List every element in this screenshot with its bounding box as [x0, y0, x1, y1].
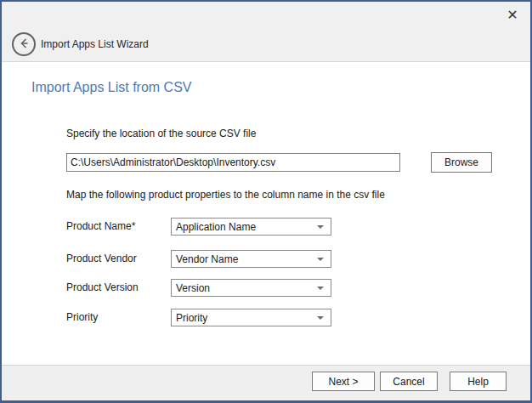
back-button[interactable]: [12, 32, 36, 56]
priority-dropdown[interactable]: Priority: [171, 309, 331, 326]
priority-label: Priority: [66, 311, 98, 323]
browse-button[interactable]: Browse: [431, 152, 492, 173]
product-vendor-label: Product Vendor: [66, 253, 137, 264]
product-name-label: Product Name*: [66, 220, 135, 232]
wizard-header: ✕ Import Apps List Wizard: [2, 2, 530, 62]
priority-dropdown-value: Priority: [172, 312, 317, 324]
product-vendor-dropdown-value: Vendor Name: [172, 253, 317, 265]
source-file-label: Specify the location of the source CSV f…: [66, 128, 256, 139]
import-wizard-window: ✕ Import Apps List Wizard Import Apps Li…: [0, 0, 532, 403]
mapping-section-label: Map the following product properties to …: [66, 189, 385, 201]
help-button[interactable]: Help: [450, 372, 507, 391]
close-icon[interactable]: ✕: [501, 5, 524, 24]
csv-path-input[interactable]: [66, 153, 400, 172]
product-version-dropdown-value: Version: [172, 282, 317, 294]
page-title: Import Apps List from CSV: [31, 80, 192, 95]
next-button[interactable]: Next >: [312, 372, 375, 391]
wizard-title: Import Apps List Wizard: [41, 38, 149, 50]
product-version-dropdown[interactable]: Version: [171, 279, 331, 297]
cancel-button[interactable]: Cancel: [380, 372, 438, 391]
product-name-dropdown[interactable]: Application Name: [171, 218, 331, 236]
chevron-down-icon: [317, 258, 324, 261]
product-name-dropdown-value: Application Name: [172, 221, 317, 233]
chevron-down-icon: [317, 225, 324, 229]
chevron-down-icon: [317, 316, 324, 320]
product-version-label: Product Version: [66, 281, 139, 293]
back-arrow-icon: [17, 37, 31, 53]
product-vendor-dropdown[interactable]: Vendor Name: [171, 250, 331, 268]
chevron-down-icon: [317, 287, 324, 290]
